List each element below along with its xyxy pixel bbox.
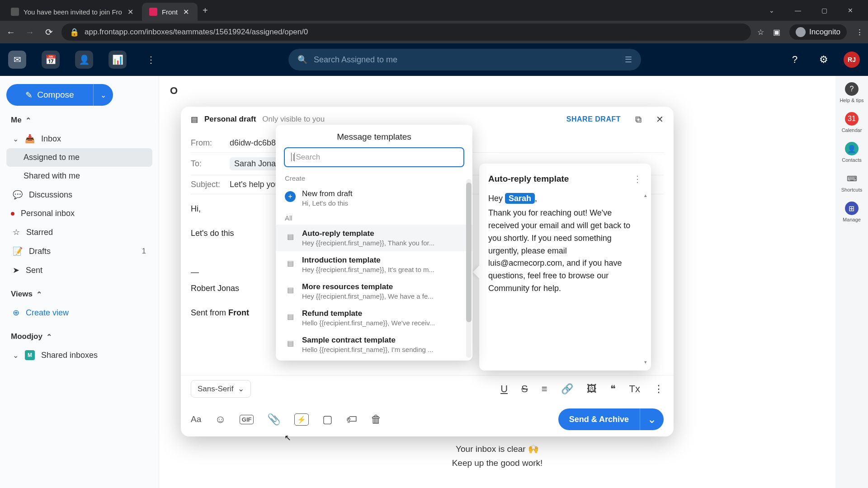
share-draft-button[interactable]: SHARE DRAFT bbox=[566, 115, 621, 123]
browser-menu-icon[interactable]: ⋮ bbox=[856, 28, 863, 37]
clear-format-icon[interactable]: Tx bbox=[629, 383, 640, 395]
tabs-dropdown-icon[interactable]: ⌄ bbox=[765, 7, 778, 14]
popout-icon[interactable]: ⧉ bbox=[635, 114, 642, 125]
strike-icon[interactable]: S bbox=[521, 383, 528, 395]
extensions-icon[interactable]: ▣ bbox=[773, 28, 780, 37]
search-placeholder: Search Assigned to me bbox=[314, 55, 397, 65]
close-icon[interactable]: ✕ bbox=[656, 114, 664, 125]
template-item[interactable]: ▤ Refund template Hello {{recipient.firs… bbox=[276, 305, 472, 331]
browser-tab-active[interactable]: Front ✕ bbox=[142, 3, 198, 21]
calendar-icon[interactable]: 📅 bbox=[42, 51, 60, 69]
send-chevron[interactable]: ⌄ bbox=[640, 408, 664, 430]
section-moodjoy[interactable]: Moodjoy ⌃ bbox=[11, 332, 152, 341]
new-from-draft-button[interactable]: + New from draft Hi, Let's do this bbox=[276, 185, 472, 211]
back-button[interactable]: ← bbox=[5, 26, 17, 38]
image-icon[interactable]: 🖼 bbox=[587, 383, 597, 395]
scrollbar[interactable] bbox=[466, 179, 472, 358]
template-item[interactable]: ▤ Introduction template Hey {{recipient.… bbox=[276, 251, 472, 278]
rail-help[interactable]: ? Help & tips bbox=[840, 82, 863, 103]
section-create: Create bbox=[276, 172, 472, 185]
section-views[interactable]: Views ⌃ bbox=[11, 290, 152, 299]
rail-shortcuts[interactable]: ⌨ Shortcuts bbox=[841, 172, 862, 192]
grid-icon: ⊞ bbox=[845, 202, 859, 215]
section-me[interactable]: Me ⌃ bbox=[11, 116, 152, 125]
sidebar-item-drafts[interactable]: 📝 Drafts 1 bbox=[6, 242, 152, 261]
filter-icon[interactable]: ☰ bbox=[625, 55, 632, 65]
attach-button[interactable]: 📎 bbox=[267, 413, 281, 426]
delete-button[interactable]: 🗑 bbox=[371, 413, 382, 426]
settings-icon[interactable]: ⚙ bbox=[815, 51, 833, 69]
sidebar-item-discussions[interactable]: 💬 Discussions bbox=[6, 185, 152, 204]
more-icon[interactable]: ⋮ bbox=[142, 51, 160, 69]
subject-input[interactable]: Let's help you bbox=[230, 180, 280, 189]
close-icon[interactable]: ✕ bbox=[127, 8, 135, 16]
tag-button[interactable]: 🏷 bbox=[346, 413, 357, 426]
inbox-tray-icon: 📥 bbox=[25, 134, 35, 144]
sidebar-item-sent[interactable]: ➤ Sent bbox=[6, 261, 152, 280]
sidebar-item-inbox[interactable]: ⌄ 📥 Inbox bbox=[6, 129, 152, 148]
underline-icon[interactable]: U bbox=[500, 383, 508, 395]
quote-icon[interactable]: ❝ bbox=[610, 383, 616, 395]
close-window-button[interactable]: ✕ bbox=[844, 7, 857, 14]
templates-title: Message templates bbox=[276, 125, 472, 147]
empty-state: Your inbox is clear 🙌 Keep up the good w… bbox=[452, 442, 543, 470]
list-icon[interactable]: ≡ bbox=[542, 383, 547, 395]
format-toolbar: Sans-Serif ⌄ U S ≡ 🔗 🖼 ❝ Tx ⋮ bbox=[181, 375, 674, 402]
close-icon[interactable]: ✕ bbox=[182, 8, 190, 16]
help-icon[interactable]: ? bbox=[786, 51, 804, 69]
browser-tab[interactable]: You have been invited to join Fro ✕ bbox=[4, 3, 142, 21]
forward-button[interactable]: → bbox=[24, 26, 36, 38]
incognito-icon bbox=[796, 27, 806, 37]
template-item[interactable]: ▤ Sample contract template Hello {{recip… bbox=[276, 331, 472, 358]
rail-manage[interactable]: ⊞ Manage bbox=[843, 202, 861, 222]
templates-search-input[interactable]: |Search bbox=[284, 147, 464, 167]
preview-title: Auto-reply template bbox=[488, 174, 569, 184]
font-select[interactable]: Sans-Serif ⌄ bbox=[191, 380, 251, 398]
gif-button[interactable]: GIF bbox=[240, 415, 254, 424]
more-icon[interactable]: ⋮ bbox=[654, 383, 664, 395]
scroll-up-icon[interactable]: ▴ bbox=[643, 192, 648, 198]
rail-contacts[interactable]: 👤 Contacts bbox=[842, 142, 861, 163]
sidebar-item-shared-inboxes[interactable]: ⌄ M Shared inboxes bbox=[6, 346, 152, 365]
link-icon[interactable]: 🔗 bbox=[561, 383, 573, 395]
minimize-button[interactable]: — bbox=[791, 7, 805, 14]
reload-button[interactable]: ⟳ bbox=[42, 26, 55, 38]
help-icon: ? bbox=[845, 82, 859, 96]
templates-button[interactable]: ⚡ bbox=[294, 413, 309, 426]
sidebar-item-starred[interactable]: ☆ Starred bbox=[6, 223, 152, 242]
scroll-down-icon[interactable]: ▾ bbox=[643, 359, 648, 365]
schedule-button[interactable]: ▢ bbox=[322, 413, 333, 426]
template-icon: ▤ bbox=[285, 311, 296, 322]
compose-chevron[interactable]: ⌄ bbox=[93, 84, 113, 106]
template-item[interactable]: ▤ Auto-reply template Hey {{recipient.fi… bbox=[276, 225, 472, 251]
more-icon[interactable]: ⋮ bbox=[633, 174, 642, 184]
scroll-thumb[interactable] bbox=[466, 183, 472, 322]
compose-button[interactable]: ✎ Compose ⌄ bbox=[6, 84, 113, 106]
bookmark-icon[interactable]: ☆ bbox=[757, 28, 764, 37]
scrollbar[interactable]: ▴ ▾ bbox=[643, 192, 648, 365]
sidebar-item-shared[interactable]: Shared with me bbox=[6, 167, 152, 185]
maximize-button[interactable]: ▢ bbox=[817, 7, 831, 14]
text-style-button[interactable]: Aa bbox=[191, 414, 201, 424]
new-tab-button[interactable]: + bbox=[198, 3, 213, 18]
create-view-button[interactable]: ⊕ Create view bbox=[6, 303, 152, 322]
compose-icon: ✎ bbox=[25, 90, 33, 100]
templates-popover: Message templates |Search Create + New f… bbox=[276, 125, 472, 361]
sidebar-item-assigned[interactable]: Assigned to me bbox=[6, 148, 152, 167]
url-input[interactable]: 🔒 app.frontapp.com/inboxes/teammates/156… bbox=[61, 23, 751, 41]
analytics-icon[interactable]: 📊 bbox=[108, 51, 127, 69]
inbox-icon[interactable]: ✉ bbox=[8, 51, 26, 69]
avatar[interactable]: RJ bbox=[844, 52, 860, 68]
rail-calendar[interactable]: 31 Calendar bbox=[842, 112, 862, 133]
search-input[interactable]: 🔍 Search Assigned to me ☰ bbox=[288, 49, 641, 70]
right-rail: ? Help & tips 31 Calendar 👤 Contacts ⌨ S… bbox=[835, 76, 868, 488]
keyboard-icon: ⌨ bbox=[845, 172, 859, 185]
send-archive-button[interactable]: Send & Archive ⌄ bbox=[558, 408, 664, 430]
list-header: O bbox=[170, 85, 178, 97]
from-value[interactable]: d6idw-dc6b81 bbox=[230, 138, 280, 148]
emoji-button[interactable]: ☺ bbox=[215, 413, 226, 426]
sidebar-item-personal[interactable]: Personal inbox bbox=[6, 204, 152, 223]
template-item[interactable]: ▤ More resources template Hey {{recipien… bbox=[276, 278, 472, 305]
contacts-icon[interactable]: 👤 bbox=[75, 51, 93, 69]
star-icon: ☆ bbox=[13, 227, 20, 237]
